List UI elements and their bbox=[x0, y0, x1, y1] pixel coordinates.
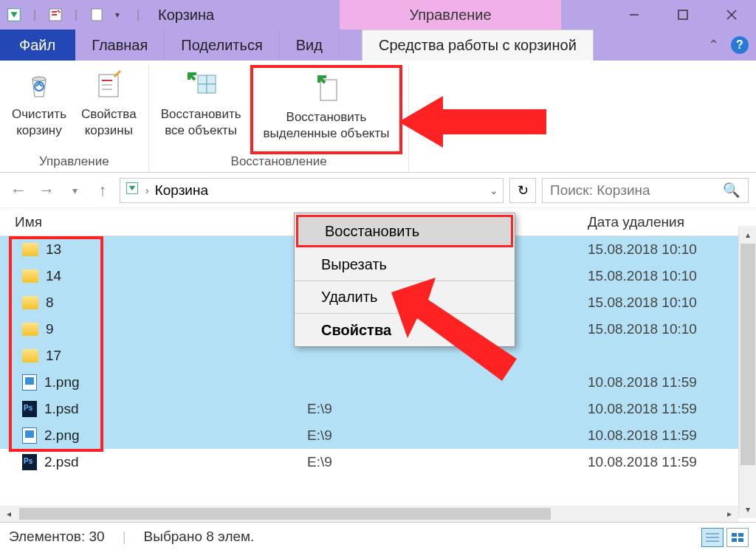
forward-button[interactable]: → bbox=[35, 179, 58, 202]
file-name-cell: 1.png bbox=[0, 374, 295, 391]
file-list: Имя Исходное расположение Дата удаления … bbox=[0, 208, 756, 518]
properties-icon bbox=[91, 68, 126, 103]
file-name-label: 8 bbox=[46, 295, 54, 311]
file-name-label: 1.png bbox=[44, 374, 80, 391]
window-controls bbox=[610, 0, 756, 30]
view-icons-button[interactable] bbox=[726, 528, 749, 547]
view-details-button[interactable] bbox=[701, 528, 724, 547]
ribbon-label: корзину bbox=[16, 123, 62, 139]
empty-recycle-bin-button[interactable]: Очистить корзину bbox=[6, 65, 72, 154]
tab-recycle-tools-label: Средства работы с корзиной bbox=[379, 37, 577, 54]
chevron-right-icon[interactable]: › bbox=[145, 185, 149, 196]
column-name[interactable]: Имя bbox=[0, 214, 295, 230]
file-date-cell: 10.08.2018 11:59 bbox=[576, 427, 756, 444]
file-name-label: 2.psd bbox=[44, 454, 78, 470]
ribbon-label: Очистить bbox=[12, 106, 66, 123]
file-name-cell: 17 bbox=[0, 348, 295, 364]
image-file-icon bbox=[22, 374, 37, 391]
ribbon-label: Восстановить bbox=[286, 109, 367, 126]
restore-all-icon bbox=[183, 68, 219, 103]
restore-all-button[interactable]: Восстановить все объекты bbox=[155, 65, 247, 154]
document-qat-icon[interactable] bbox=[87, 5, 106, 24]
svg-rect-26 bbox=[732, 538, 737, 542]
tab-recycle-tools[interactable]: Средства работы с корзиной bbox=[362, 30, 594, 61]
folder-icon bbox=[22, 296, 38, 309]
column-date-deleted[interactable]: Дата удаления bbox=[576, 214, 756, 230]
recycle-bin-empty-icon bbox=[21, 68, 57, 103]
tab-home[interactable]: Главная bbox=[75, 30, 165, 61]
scroll-left-icon[interactable]: ◂ bbox=[0, 506, 18, 522]
scrollbar-thumb[interactable] bbox=[19, 508, 551, 520]
tab-share-label: Поделиться bbox=[181, 37, 262, 54]
separator-icon: | bbox=[25, 5, 44, 24]
file-name-label: 17 bbox=[46, 348, 61, 364]
ribbon-label: корзины bbox=[85, 123, 133, 139]
file-location-cell: E:\9 bbox=[295, 427, 576, 444]
recycle-bin-properties-button[interactable]: Свойства корзины bbox=[75, 65, 142, 154]
svg-rect-2 bbox=[92, 9, 102, 21]
file-row[interactable]: 2.psdE:\910.08.2018 11:59 bbox=[0, 449, 756, 475]
file-name-label: 2.png bbox=[44, 427, 80, 444]
back-button[interactable]: ← bbox=[7, 179, 30, 202]
file-date-cell: 15.08.2018 10:10 bbox=[576, 268, 756, 284]
minimize-button[interactable] bbox=[610, 0, 659, 30]
scroll-up-icon[interactable]: ▴ bbox=[739, 226, 757, 244]
svg-rect-24 bbox=[732, 533, 737, 537]
recycle-bin-icon bbox=[125, 181, 140, 199]
chevron-down-icon[interactable]: ⌄ bbox=[489, 185, 498, 196]
svg-rect-16 bbox=[207, 84, 216, 93]
svg-marker-20 bbox=[391, 278, 517, 381]
tab-home-label: Главная bbox=[92, 37, 148, 54]
context-menu-restore[interactable]: Восстановить bbox=[296, 215, 513, 247]
address-field[interactable]: › Корзина ⌄ bbox=[120, 178, 504, 203]
close-button[interactable] bbox=[707, 0, 756, 30]
tab-share[interactable]: Поделиться bbox=[165, 30, 279, 61]
search-input[interactable]: Поиск: Корзина 🔍 bbox=[542, 178, 749, 203]
file-date-cell: 10.08.2018 11:59 bbox=[576, 374, 756, 391]
scroll-right-icon[interactable]: ▸ bbox=[721, 506, 738, 522]
scroll-down-icon[interactable]: ▾ bbox=[739, 501, 757, 518]
svg-rect-9 bbox=[99, 75, 118, 97]
ribbon-label: Свойства bbox=[81, 106, 137, 123]
collapse-ribbon-icon[interactable]: ⌃ bbox=[708, 37, 719, 53]
file-row[interactable]: 2.pngE:\910.08.2018 11:59 bbox=[0, 422, 756, 449]
svg-point-7 bbox=[32, 77, 46, 81]
separator-icon: | bbox=[123, 529, 126, 545]
context-menu-cut[interactable]: Вырезать bbox=[295, 249, 515, 281]
file-name-cell: 9 bbox=[0, 321, 295, 337]
scrollbar-thumb[interactable] bbox=[740, 244, 755, 465]
file-date-cell: 10.08.2018 11:59 bbox=[576, 454, 756, 470]
file-row[interactable]: 1.png10.08.2018 11:59 bbox=[0, 369, 756, 396]
file-name-cell: 2.png bbox=[0, 427, 295, 444]
tab-file[interactable]: Файл bbox=[0, 30, 75, 61]
ribbon-group-restore: Восстановить все объекты Восстановить вы… bbox=[149, 65, 410, 172]
refresh-button[interactable]: ↻ bbox=[509, 178, 536, 203]
file-date-cell: 15.08.2018 10:10 bbox=[576, 241, 756, 258]
file-location-cell: E:\9 bbox=[295, 401, 576, 417]
svg-rect-25 bbox=[738, 533, 743, 537]
maximize-button[interactable] bbox=[659, 0, 707, 30]
properties-qat-icon[interactable] bbox=[46, 5, 65, 24]
recycle-bin-icon bbox=[4, 5, 24, 24]
tab-view[interactable]: Вид bbox=[280, 30, 340, 61]
restore-selected-icon bbox=[309, 71, 344, 106]
horizontal-scrollbar[interactable]: ◂ ▸ bbox=[0, 506, 738, 522]
restore-selected-button[interactable]: Восстановить выделенные объекты bbox=[250, 65, 403, 154]
annotation-arrow-icon bbox=[399, 89, 546, 155]
file-name-cell: 13 bbox=[0, 241, 295, 258]
recent-locations-dropdown[interactable]: ▾ bbox=[63, 179, 86, 202]
ribbon-group-manage: Очистить корзину Свойства корзины Управл… bbox=[0, 65, 149, 172]
ribbon: Очистить корзину Свойства корзины Управл… bbox=[0, 61, 756, 173]
status-bar: Элементов: 30 | Выбрано 8 элем. bbox=[0, 522, 756, 550]
svg-rect-17 bbox=[320, 80, 337, 100]
chevron-down-icon[interactable]: ▾ bbox=[108, 5, 127, 24]
file-date-cell: 15.08.2018 10:10 bbox=[576, 295, 756, 311]
file-date-cell: 10.08.2018 11:59 bbox=[576, 401, 756, 417]
vertical-scrollbar[interactable]: ▴ ▾ bbox=[738, 226, 756, 518]
address-bar: ← → ▾ ↑ › Корзина ⌄ ↻ Поиск: Корзина 🔍 bbox=[0, 173, 756, 208]
help-icon[interactable]: ? bbox=[731, 36, 749, 54]
folder-icon bbox=[22, 349, 38, 362]
svg-rect-13 bbox=[198, 75, 207, 84]
up-button[interactable]: ↑ bbox=[92, 179, 114, 202]
file-row[interactable]: 1.psdE:\910.08.2018 11:59 bbox=[0, 396, 756, 422]
